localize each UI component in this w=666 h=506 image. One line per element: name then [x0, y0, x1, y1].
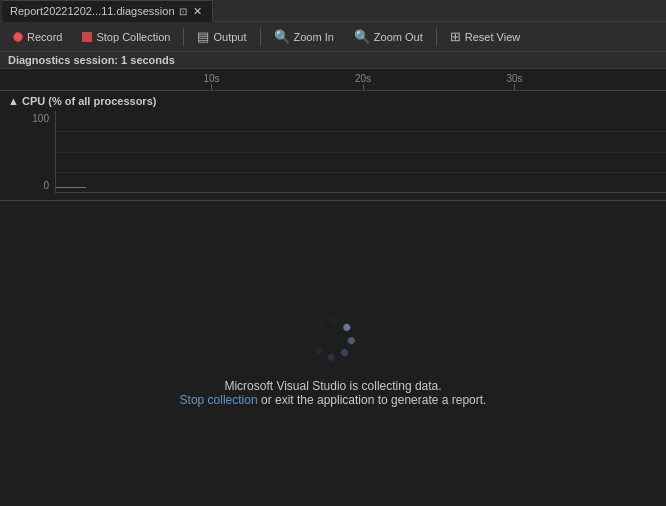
- svg-point-4: [313, 343, 323, 353]
- collecting-main-text: Microsoft Visual Studio is collecting da…: [180, 379, 487, 393]
- ruler-label-20s: 20s: [355, 73, 371, 84]
- tab-bar: Report20221202...11.diagsession ⊡ ✕: [0, 0, 666, 22]
- timeline-ruler: 10s 20s 30s: [0, 69, 666, 91]
- stop-collection-link[interactable]: Stop collection: [180, 393, 258, 407]
- svg-point-3: [323, 352, 333, 362]
- toolbar: Record Stop Collection ▤ Output 🔍 Zoom I…: [0, 22, 666, 52]
- tab-label: Report20221202...11.diagsession: [10, 5, 175, 17]
- cpu-panel: ▲ CPU (% of all processors) 100 0: [0, 91, 666, 201]
- output-icon: ▤: [197, 29, 209, 44]
- separator-1: [183, 28, 184, 46]
- reset-view-button[interactable]: ⊞ Reset View: [441, 25, 529, 49]
- status-text: Diagnostics session: 1 seconds: [8, 54, 175, 66]
- cpu-chart: [55, 111, 666, 193]
- pin-icon[interactable]: ⊡: [179, 6, 187, 17]
- main-content: Microsoft Visual Studio is collecting da…: [0, 201, 666, 501]
- zoom-out-label: Zoom Out: [374, 31, 423, 43]
- record-icon: [13, 32, 23, 42]
- svg-point-1: [346, 339, 356, 349]
- cpu-grid-line-3: [56, 172, 666, 173]
- cpu-grid-line-2: [56, 152, 666, 153]
- ruler-tick-line-10s: [211, 84, 212, 90]
- cpu-activity-line: [56, 187, 86, 188]
- separator-2: [260, 28, 261, 46]
- cpu-grid-line-1: [56, 131, 666, 132]
- diagnostics-tab[interactable]: Report20221202...11.diagsession ⊡ ✕: [2, 0, 213, 22]
- cpu-y-axis: 100 0: [0, 111, 55, 193]
- collecting-sub-after: or exit the application to generate a re…: [261, 393, 486, 407]
- reset-view-label: Reset View: [465, 31, 520, 43]
- reset-view-icon: ⊞: [450, 29, 461, 44]
- svg-point-2: [337, 350, 347, 360]
- stop-collection-label: Stop Collection: [96, 31, 170, 43]
- ruler-tick-line-20s: [363, 84, 364, 90]
- stop-icon: [82, 32, 92, 42]
- status-bar: Diagnostics session: 1 seconds: [0, 52, 666, 69]
- ruler-tick-10s: 10s: [204, 73, 220, 90]
- cpu-label: ▲ CPU (% of all processors): [0, 91, 666, 111]
- stop-collection-button[interactable]: Stop Collection: [73, 25, 179, 49]
- svg-point-7: [333, 317, 343, 327]
- ruler-label-10s: 10s: [204, 73, 220, 84]
- zoom-in-button[interactable]: 🔍 Zoom In: [265, 25, 343, 49]
- zoom-in-label: Zoom In: [294, 31, 334, 43]
- ruler-marks: 10s 20s 30s: [60, 69, 666, 90]
- zoom-in-icon: 🔍: [274, 29, 290, 44]
- cpu-y-max: 100: [32, 113, 49, 124]
- svg-point-0: [344, 325, 354, 335]
- zoom-out-button[interactable]: 🔍 Zoom Out: [345, 25, 432, 49]
- record-label: Record: [27, 31, 62, 43]
- ruler-label-30s: 30s: [507, 73, 523, 84]
- separator-3: [436, 28, 437, 46]
- collecting-text: Microsoft Visual Studio is collecting da…: [180, 379, 487, 407]
- zoom-out-icon: 🔍: [354, 29, 370, 44]
- ruler-tick-line-30s: [514, 84, 515, 90]
- cpu-label-text: ▲ CPU (% of all processors): [8, 95, 156, 107]
- ruler-tick-20s: 20s: [355, 73, 371, 90]
- svg-point-5: [311, 329, 321, 339]
- output-label: Output: [213, 31, 246, 43]
- ruler-tick-30s: 30s: [507, 73, 523, 90]
- output-button[interactable]: ▤ Output: [188, 25, 255, 49]
- cpu-y-min: 0: [43, 180, 49, 191]
- svg-point-6: [319, 319, 329, 329]
- spinner-container: Microsoft Visual Studio is collecting da…: [180, 315, 487, 407]
- record-button[interactable]: Record: [4, 25, 71, 49]
- collecting-sub-text: Stop collection or exit the application …: [180, 393, 487, 407]
- loading-spinner: [300, 306, 366, 372]
- close-icon[interactable]: ✕: [191, 5, 204, 18]
- cpu-chart-area: 100 0: [0, 111, 666, 193]
